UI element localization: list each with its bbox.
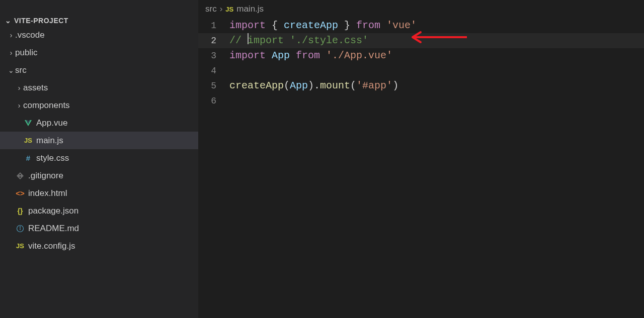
chevron-right-icon: › [7, 31, 15, 39]
project-header[interactable]: ⌄ VITE-PROJECT [0, 15, 198, 26]
folder-assets[interactable]: › assets [0, 79, 198, 96]
chevron-right-icon: › [7, 49, 15, 57]
file-style-css[interactable]: # style.css [0, 149, 198, 167]
breadcrumb[interactable]: src › JS main.js [198, 0, 644, 18]
svg-point-2 [20, 227, 20, 227]
breadcrumb-file: main.js [236, 4, 264, 14]
editor-pane: src › JS main.js 1import { createApp } f… [198, 0, 644, 318]
folder-public[interactable]: › public [0, 44, 198, 61]
breadcrumb-folder: src [205, 4, 217, 14]
folder-vscode[interactable]: › .vscode [0, 26, 198, 44]
js-icon: JS [23, 137, 33, 144]
file-vite-config[interactable]: JS vite.config.js [0, 237, 198, 255]
file-app-vue[interactable]: App.vue [0, 114, 198, 132]
code-editor[interactable]: 1import { createApp } from 'vue' 2// imp… [198, 18, 644, 318]
js-icon: JS [225, 6, 233, 13]
file-readme-md[interactable]: README.md [0, 220, 198, 237]
code-line-5[interactable]: 5createApp(App).mount('#app') [198, 78, 644, 93]
html-icon: <> [15, 189, 25, 197]
js-icon: JS [15, 242, 25, 250]
info-icon [15, 225, 25, 233]
file-main-js[interactable]: JS main.js [0, 132, 198, 149]
project-name: VITE-PROJECT [14, 17, 68, 25]
css-icon: # [23, 154, 33, 162]
file-package-json[interactable]: {} package.json [0, 202, 198, 220]
explorer-sidebar: ⌄ VITE-PROJECT › .vscode › public ⌄ src … [0, 0, 198, 318]
code-line-3[interactable]: 3import App from './App.vue' [198, 48, 644, 63]
chevron-right-icon: › [220, 4, 223, 14]
git-icon [15, 172, 25, 180]
folder-src[interactable]: ⌄ src [0, 61, 198, 79]
file-tree: › .vscode › public ⌄ src › assets › comp… [0, 26, 198, 255]
chevron-right-icon: › [15, 84, 23, 92]
folder-components[interactable]: › components [0, 96, 198, 114]
chevron-down-icon: ⌄ [4, 17, 12, 25]
code-line-1[interactable]: 1import { createApp } from 'vue' [198, 18, 644, 33]
file-index-html[interactable]: <> index.html [0, 184, 198, 202]
vue-icon [23, 119, 33, 127]
code-line-4[interactable]: 4 [198, 63, 644, 78]
code-line-2[interactable]: 2// import './style.css' [198, 33, 644, 48]
code-line-6[interactable]: 6 [198, 93, 644, 109]
file-gitignore[interactable]: .gitignore [0, 167, 198, 184]
chevron-right-icon: › [15, 101, 23, 110]
json-icon: {} [15, 207, 25, 215]
chevron-down-icon: ⌄ [7, 66, 15, 74]
